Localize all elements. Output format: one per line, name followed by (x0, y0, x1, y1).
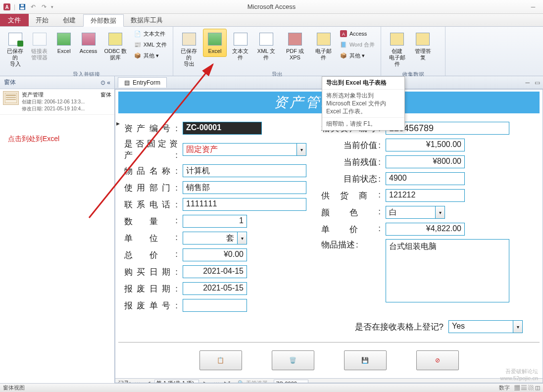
nav-item-title: 资产管理 (22, 91, 44, 98)
field-salvage[interactable]: ¥800.00 (386, 155, 465, 168)
import-access-button[interactable]: Access (77, 29, 99, 57)
svg-rect-8 (6, 95, 16, 96)
field-qty[interactable]: 1 (183, 215, 247, 228)
nav-item-type: 窗体 (100, 91, 111, 98)
nav-header[interactable]: 窗体 ⊙ « (0, 76, 114, 89)
nav-next-icon[interactable]: ▶ (201, 380, 210, 383)
export-access-button[interactable]: AAccess (338, 29, 377, 39)
label-vendor: 供货商: (321, 190, 381, 201)
field-dept[interactable]: 销售部 (183, 181, 306, 194)
other-icon: 📦 (134, 51, 142, 59)
import-other-button[interactable]: 📦其他 ▾ (132, 50, 169, 60)
record-navigator: 记录: ⏮ ◀ ▶ ⏭ ▶* 🔍 无筛选器 (115, 378, 543, 383)
export-excel-button[interactable]: Excel (203, 29, 227, 57)
field-is-fixed[interactable]: 固定资产 (183, 143, 296, 156)
text-export-icon (233, 31, 248, 47)
nav-search[interactable] (274, 380, 308, 384)
nav-first-icon[interactable]: ⏮ (133, 381, 142, 384)
field-total[interactable]: ¥0.00 (183, 248, 247, 261)
app-title: Microsoft Access (247, 3, 296, 10)
cancel-button[interactable]: ⊘ (416, 350, 459, 370)
export-xml-button[interactable]: XML 文件 (254, 29, 278, 63)
field-scrap-date[interactable]: 2021-05-15 (183, 282, 247, 295)
import-text-button[interactable]: 📄文本文件 (132, 29, 169, 39)
tab-external-data[interactable]: 外部数据 (83, 14, 124, 27)
field-registered[interactable]: Yes (448, 320, 513, 333)
nav-position[interactable] (154, 380, 199, 384)
label-salvage: 当前残值: (321, 156, 381, 168)
import-xml-button[interactable]: 📰XML 文件 (132, 40, 169, 49)
field-scrap-no[interactable] (183, 299, 247, 312)
saved-imports-icon (7, 31, 23, 47)
is-fixed-dropdown-icon[interactable]: ▾ (296, 143, 306, 156)
saved-imports-button[interactable]: 已保存的 导入 (4, 29, 26, 70)
nav-prev-icon[interactable]: ◀ (144, 380, 152, 383)
minimize-button[interactable]: ─ (523, 0, 543, 13)
redo-icon[interactable]: ↷ (40, 3, 48, 11)
nav-collapse-icon[interactable]: ⊙ « (100, 79, 110, 86)
delete-button[interactable]: 🗑️ (272, 350, 314, 370)
manage-replies-button[interactable]: 管理答复 (411, 29, 435, 63)
qat-dropdown-icon[interactable]: ▾ (51, 4, 53, 9)
odbc-icon (107, 31, 123, 47)
field-unit[interactable]: 套 (183, 232, 237, 245)
field-color[interactable]: 白 (386, 206, 435, 219)
registered-dropdown-icon[interactable]: ▾ (513, 320, 523, 333)
export-email-button[interactable]: 电子邮件 (312, 29, 336, 63)
excel-icon (56, 31, 72, 47)
field-phone[interactable]: 1111111 (183, 198, 306, 211)
saved-exports-icon (181, 31, 197, 47)
color-dropdown-icon[interactable]: ▾ (435, 206, 445, 219)
status-left: 窗体视图 (3, 384, 25, 392)
record-selector-icon[interactable]: ▸ (116, 119, 120, 127)
nav-last-icon[interactable]: ⏭ (212, 381, 221, 384)
unit-dropdown-icon[interactable]: ▾ (237, 232, 247, 245)
import-odbc-button[interactable]: ODBC 数据库 (101, 29, 130, 63)
pdf-icon (287, 31, 303, 47)
form-surface: 资产管理数据库 ▸ 资产编号: ZC-00001 是否固定资产: 固定资产▾ 物… (115, 89, 543, 383)
quick-access-toolbar: A | ↶ ↷ ▾ (0, 3, 56, 11)
saved-exports-button[interactable]: 已保存的 导出 (177, 29, 201, 70)
undo-icon[interactable]: ↶ (29, 3, 37, 11)
nav-item-modified: 修改日期: 2021-05-19 10:4... (22, 105, 111, 112)
save-record-button[interactable]: 💾 (344, 350, 387, 370)
nav-new-icon[interactable]: ▶* (223, 380, 232, 383)
document-area: ▤ EntryForm 导出到 Excel 电子表格 将所选对象导出到 Micr… (115, 76, 543, 383)
field-asset-no[interactable]: ZC-00001 (183, 122, 262, 135)
import-excel-button[interactable]: Excel (53, 29, 75, 57)
label-dept: 使用部门: (124, 182, 178, 194)
field-item-name[interactable]: 计算机 (183, 164, 306, 177)
field-status[interactable]: 4900 (386, 172, 465, 185)
field-cur-value[interactable]: ¥1,500.00 (386, 139, 465, 151)
export-other-button[interactable]: 📦其他 ▾ (338, 50, 377, 60)
field-vendor[interactable]: 121212 (386, 189, 465, 202)
label-cur-value: 当前价值: (321, 140, 381, 151)
export-text-button[interactable]: 文本文件 (229, 29, 252, 63)
tab-database-tools[interactable]: 数据库工具 (124, 14, 170, 26)
field-desc[interactable]: 台式组装电脑 (386, 239, 509, 302)
tab-create[interactable]: 创建 (56, 14, 83, 26)
svg-rect-4 (21, 4, 24, 6)
manage-replies-icon (415, 31, 431, 47)
doc-tab-entryform[interactable]: ▤ EntryForm (118, 77, 167, 88)
create-email-button[interactable]: 创建 电子邮件 (385, 29, 409, 70)
save-icon[interactable] (18, 3, 26, 11)
export-word-button[interactable]: 📘Word 合并 (338, 40, 377, 49)
menu-tabs: 文件 开始 创建 外部数据 数据库工具 (0, 14, 543, 27)
field-price[interactable]: ¥4,822.00 (386, 223, 465, 236)
paste-button[interactable]: 📋 (199, 350, 242, 370)
ribbon-group-import: 已保存的 导入 链接表 管理器 Excel Access ODBC 数据库 📄文… (0, 27, 173, 76)
doc-minimize-icon[interactable]: ─ (525, 79, 530, 86)
link-manager-button[interactable]: 链接表 管理器 (28, 29, 50, 63)
export-pdf-button[interactable]: PDF 或 XPS (280, 29, 310, 63)
access-small-icon: A (340, 30, 347, 38)
tab-home[interactable]: 开始 (29, 14, 56, 26)
save-icon: 💾 (361, 357, 369, 364)
title-bar: A | ↶ ↷ ▾ Microsoft Access ─ (0, 0, 543, 14)
label-status: 目前状态: (321, 173, 381, 185)
doc-restore-icon[interactable]: ▭ (535, 79, 540, 86)
file-tab[interactable]: 文件 (0, 14, 29, 26)
field-buy-date[interactable]: 2021-04-15 (183, 265, 247, 278)
status-bar: 窗体视图 数字 ▦ ▤ ▧ ◫ (0, 383, 543, 392)
nav-item-asset-form[interactable]: 资产管理窗体 创建日期: 2006-12-06 13:3... 修改日期: 20… (0, 89, 114, 115)
